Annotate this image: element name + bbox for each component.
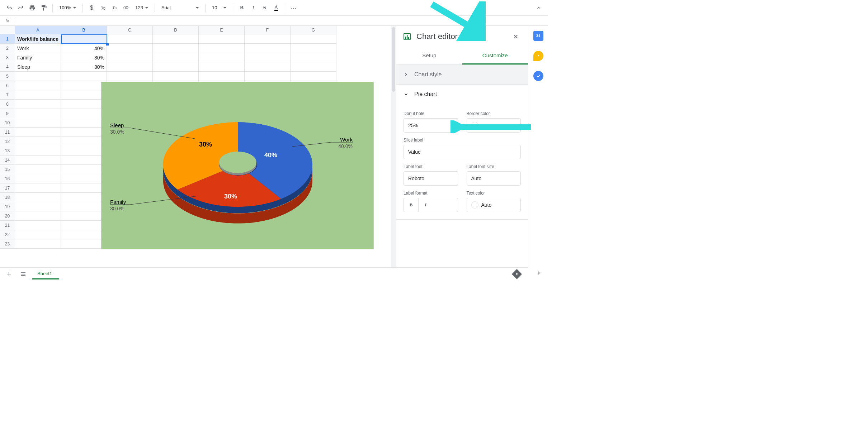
label-font-select[interactable]: Roboto — [404, 171, 458, 186]
vertical-scrollbar[interactable] — [391, 26, 396, 267]
undo-button[interactable] — [4, 3, 14, 13]
explore-button[interactable]: ✦ — [511, 269, 522, 279]
sheet-tab[interactable]: Sheet1 — [32, 269, 59, 279]
col-header-E[interactable]: E — [199, 26, 245, 34]
cell-B18[interactable] — [61, 193, 107, 202]
cell-C5[interactable] — [107, 72, 153, 81]
calendar-icon[interactable]: 31 — [533, 31, 543, 41]
strikethrough-button[interactable]: S — [260, 3, 270, 13]
cell-B19[interactable] — [61, 202, 107, 211]
cell-B16[interactable] — [61, 174, 107, 183]
cell-E4[interactable] — [199, 62, 245, 72]
cell-A21[interactable] — [15, 221, 61, 230]
col-header-D[interactable]: D — [153, 26, 199, 34]
row-header-8[interactable]: 8 — [0, 100, 15, 109]
chart-embed[interactable]: 40% 30% 30% Work 40.0% Family 30.0% Slee… — [101, 82, 374, 249]
cell-B22[interactable] — [61, 230, 107, 239]
col-header-B[interactable]: B — [61, 26, 107, 34]
row-header-10[interactable]: 10 — [0, 118, 15, 128]
cell-B23[interactable] — [61, 239, 107, 249]
cell-B8[interactable] — [61, 100, 107, 109]
cell-A1[interactable]: Work/life balance — [15, 34, 61, 44]
row-header-17[interactable]: 17 — [0, 183, 15, 193]
section-pie-chart[interactable]: Pie chart — [396, 85, 528, 104]
cell-B4[interactable]: 30% — [61, 62, 107, 72]
cell-E2[interactable] — [199, 44, 245, 53]
cell-G2[interactable] — [291, 44, 336, 53]
cell-A5[interactable] — [15, 72, 61, 81]
row-header-6[interactable]: 6 — [0, 81, 15, 90]
row-header-3[interactable]: 3 — [0, 53, 15, 62]
cell-B3[interactable]: 30% — [61, 53, 107, 62]
cell-E1[interactable] — [199, 34, 245, 44]
cell-E3[interactable] — [199, 53, 245, 62]
row-header-18[interactable]: 18 — [0, 193, 15, 202]
cell-F5[interactable] — [245, 72, 291, 81]
more-formats-select[interactable]: 123 — [132, 5, 151, 10]
row-header-1[interactable]: 1 — [0, 34, 15, 44]
cell-A6[interactable] — [15, 81, 61, 90]
row-header-4[interactable]: 4 — [0, 62, 15, 72]
cell-C3[interactable] — [107, 53, 153, 62]
row-header-9[interactable]: 9 — [0, 109, 15, 118]
col-header-A[interactable]: A — [15, 26, 61, 34]
row-header-2[interactable]: 2 — [0, 44, 15, 53]
fill-handle[interactable] — [106, 43, 109, 46]
cell-A10[interactable] — [15, 118, 61, 128]
cell-B17[interactable] — [61, 183, 107, 193]
row-header-16[interactable]: 16 — [0, 174, 15, 183]
cell-G5[interactable] — [291, 72, 336, 81]
row-header-12[interactable]: 12 — [0, 137, 15, 146]
col-header-G[interactable]: G — [291, 26, 336, 34]
row-header-21[interactable]: 21 — [0, 221, 15, 230]
col-header-F[interactable]: F — [245, 26, 291, 34]
cell-D1[interactable] — [153, 34, 199, 44]
cell-F3[interactable] — [245, 53, 291, 62]
keep-icon[interactable] — [533, 51, 543, 61]
col-header-C[interactable]: C — [107, 26, 153, 34]
cell-D5[interactable] — [153, 72, 199, 81]
cell-C4[interactable] — [107, 62, 153, 72]
label-italic-button[interactable]: I — [418, 198, 433, 212]
zoom-select[interactable]: 100% — [56, 5, 79, 10]
bold-button[interactable]: B — [237, 3, 247, 13]
currency-button[interactable]: $ — [86, 3, 96, 13]
paint-format-button[interactable] — [39, 3, 49, 13]
cell-A19[interactable] — [15, 202, 61, 211]
row-header-23[interactable]: 23 — [0, 239, 15, 249]
row-header-22[interactable]: 22 — [0, 230, 15, 239]
cell-A22[interactable] — [15, 230, 61, 239]
cell-A4[interactable]: Sleep — [15, 62, 61, 72]
cell-F1[interactable] — [245, 34, 291, 44]
all-sheets-button[interactable] — [18, 269, 29, 279]
decrease-decimal-button[interactable]: .0↓ — [109, 3, 119, 13]
corner-select-all[interactable] — [0, 26, 15, 34]
cell-G4[interactable] — [291, 62, 336, 72]
more-toolbar-button[interactable]: ⋯ — [289, 3, 299, 13]
slice-label-select[interactable]: Value — [404, 145, 521, 159]
cell-A23[interactable] — [15, 239, 61, 249]
font-size-select[interactable]: 10 — [209, 5, 229, 10]
cell-G1[interactable] — [291, 34, 336, 44]
percent-button[interactable]: % — [98, 3, 108, 13]
label-font-size-select[interactable]: Auto — [467, 171, 521, 186]
redo-button[interactable] — [16, 3, 26, 13]
row-header-13[interactable]: 13 — [0, 146, 15, 155]
row-header-14[interactable]: 14 — [0, 155, 15, 165]
row-header-7[interactable]: 7 — [0, 90, 15, 100]
row-header-20[interactable]: 20 — [0, 211, 15, 221]
cell-A16[interactable] — [15, 174, 61, 183]
cell-B6[interactable] — [61, 81, 107, 90]
tab-customize[interactable]: Customize — [462, 47, 528, 64]
close-panel-button[interactable] — [510, 31, 522, 42]
cell-B2[interactable]: 40% — [61, 44, 107, 53]
cell-B20[interactable] — [61, 211, 107, 221]
cell-A7[interactable] — [15, 90, 61, 100]
cell-E5[interactable] — [199, 72, 245, 81]
row-header-11[interactable]: 11 — [0, 128, 15, 137]
text-color-button[interactable]: A — [271, 3, 281, 13]
cell-C1[interactable] — [107, 34, 153, 44]
cell-B11[interactable] — [61, 128, 107, 137]
text-color-select[interactable]: Auto — [467, 198, 521, 212]
italic-button[interactable]: I — [248, 3, 258, 13]
